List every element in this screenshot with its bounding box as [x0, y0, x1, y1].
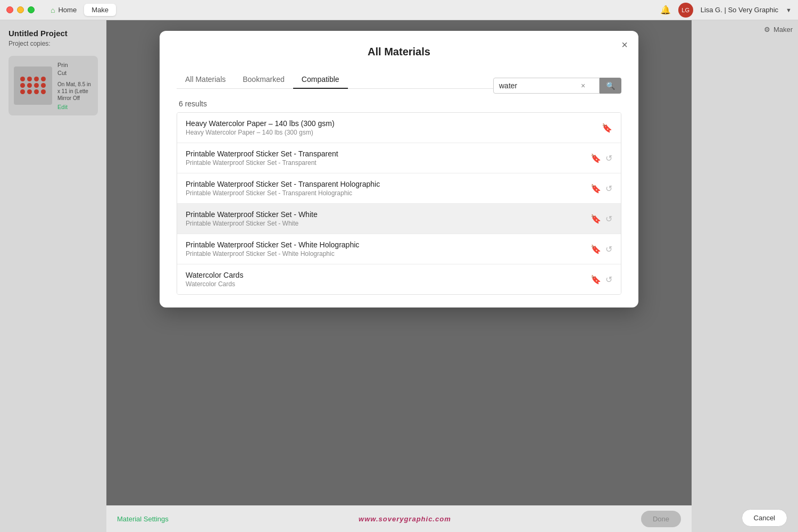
modal-tabs: All Materials Bookmarked Compatible × 🔍: [177, 71, 621, 89]
result-sub: Watercolor Cards: [186, 280, 591, 288]
result-name: Printable Waterproof Sticker Set - White…: [186, 240, 591, 249]
right-panel: ⚙ Maker: [692, 20, 798, 532]
list-item[interactable]: Printable Waterproof Sticker Set - White…: [177, 204, 621, 234]
notification-bell-icon[interactable]: 🔔: [660, 5, 671, 15]
bookmark-icon[interactable]: 🔖: [591, 244, 601, 254]
home-tab[interactable]: ⌂ Home: [43, 4, 84, 16]
modal-title: All Materials: [177, 46, 621, 58]
list-item[interactable]: Printable Waterproof Sticker Set - Trans…: [177, 173, 621, 204]
tab-bookmarked[interactable]: Bookmarked: [234, 71, 293, 89]
result-name: Watercolor Cards: [186, 271, 591, 279]
refresh-icon[interactable]: ↺: [605, 153, 612, 163]
minimize-window-button[interactable]: [17, 6, 24, 13]
maker-label: Maker: [774, 26, 793, 34]
search-input[interactable]: [499, 81, 579, 90]
bookmark-icon[interactable]: 🔖: [591, 214, 601, 224]
traffic-lights: [6, 6, 35, 13]
result-actions: 🔖 ↺: [591, 275, 612, 285]
project-thumbnail: [14, 66, 52, 105]
result-name: Printable Waterproof Sticker Set - Trans…: [186, 149, 591, 158]
bottom-bar: Material Settings www.soverygraphic.com …: [106, 505, 692, 532]
bookmark-icon[interactable]: 🔖: [591, 153, 601, 163]
project-title: Untitled Project: [9, 29, 98, 38]
result-text: Heavy Watercolor Paper – 140 lbs (300 gs…: [186, 119, 602, 136]
maximize-window-button[interactable]: [28, 6, 35, 13]
make-tab-label: Make: [92, 6, 109, 14]
result-sub: Printable Waterproof Sticker Set - Trans…: [186, 159, 591, 167]
all-materials-modal: All Materials × All Materials Bookmarked…: [160, 31, 638, 307]
tab-all-materials[interactable]: All Materials: [177, 71, 234, 89]
sidebar: Untitled Project Project copies: Prin Cu…: [0, 20, 106, 532]
result-name: Heavy Watercolor Paper – 140 lbs (300 gs…: [186, 119, 602, 128]
on-mat-text: On Mat, 8.5 in x 11 in (Lette Mirror Off: [57, 81, 93, 102]
close-window-button[interactable]: [6, 6, 13, 13]
project-info: Prin Cut On Mat, 8.5 in x 11 in (Lette M…: [57, 61, 93, 110]
refresh-icon[interactable]: ↺: [605, 214, 612, 224]
material-settings-link[interactable]: Material Settings: [117, 515, 169, 523]
result-actions: 🔖 ↺: [591, 153, 612, 163]
refresh-icon[interactable]: ↺: [605, 244, 612, 254]
results-list: Heavy Watercolor Paper – 140 lbs (300 gs…: [177, 112, 621, 295]
refresh-icon[interactable]: ↺: [605, 275, 612, 285]
project-card: Prin Cut On Mat, 8.5 in x 11 in (Lette M…: [9, 56, 98, 115]
maker-icon: ⚙: [764, 26, 770, 34]
result-name: Printable Waterproof Sticker Set - Trans…: [186, 180, 591, 188]
result-sub: Printable Waterproof Sticker Set - White: [186, 220, 591, 227]
result-sub: Printable Waterproof Sticker Set - White…: [186, 250, 591, 257]
project-print-label: Prin Cut: [57, 61, 93, 78]
modal-overlay: All Materials × All Materials Bookmarked…: [106, 20, 692, 505]
list-item[interactable]: Heavy Watercolor Paper – 140 lbs (300 gs…: [177, 113, 621, 143]
result-name: Printable Waterproof Sticker Set - White: [186, 210, 591, 219]
done-button[interactable]: Done: [641, 511, 681, 527]
bookmark-icon[interactable]: 🔖: [591, 184, 601, 194]
result-text: Watercolor Cards Watercolor Cards: [186, 271, 591, 288]
result-text: Printable Waterproof Sticker Set - Trans…: [186, 149, 591, 167]
watermark: www.soverygraphic.com: [359, 515, 451, 523]
result-sub: Heavy Watercolor Paper – 140 lbs (300 gs…: [186, 129, 602, 136]
avatar: LG: [678, 3, 693, 18]
result-actions: 🔖 ↺: [591, 244, 612, 254]
result-actions: 🔖 ↺: [591, 214, 612, 224]
search-container: × 🔍: [493, 78, 621, 94]
results-count: 6 results: [177, 99, 621, 108]
project-copies-label: Project copies:: [9, 40, 98, 47]
tab-compatible[interactable]: Compatible: [293, 71, 348, 89]
title-bar-right: 🔔 LG Lisa G. | So Very Graphic ▼: [660, 3, 792, 18]
search-icon: 🔍: [606, 81, 615, 90]
edit-link[interactable]: Edit: [57, 104, 93, 110]
list-item[interactable]: Printable Waterproof Sticker Set - Trans…: [177, 143, 621, 173]
result-actions: 🔖: [602, 123, 612, 133]
make-tab[interactable]: Make: [84, 4, 116, 16]
list-item[interactable]: Watercolor Cards Watercolor Cards 🔖 ↺: [177, 264, 621, 294]
modal-close-button[interactable]: ×: [621, 39, 628, 50]
chevron-down-icon[interactable]: ▼: [786, 7, 792, 13]
title-bar: ⌂ Home Make 🔔 LG Lisa G. | So Very Graph…: [0, 0, 798, 20]
result-text: Printable Waterproof Sticker Set - White…: [186, 240, 591, 257]
home-tab-label: Home: [58, 6, 77, 14]
thumbnail-dots: [20, 77, 46, 94]
bookmark-icon[interactable]: 🔖: [591, 275, 601, 285]
result-text: Printable Waterproof Sticker Set - Trans…: [186, 180, 591, 197]
result-actions: 🔖 ↺: [591, 184, 612, 194]
result-sub: Printable Waterproof Sticker Set - Trans…: [186, 189, 591, 197]
search-clear-icon[interactable]: ×: [581, 81, 585, 90]
search-button[interactable]: 🔍: [600, 78, 621, 94]
result-text: Printable Waterproof Sticker Set - White…: [186, 210, 591, 227]
cancel-button[interactable]: Cancel: [742, 509, 787, 527]
home-icon: ⌂: [51, 6, 55, 14]
refresh-icon[interactable]: ↺: [605, 184, 612, 194]
search-input-wrapper: ×: [493, 78, 600, 94]
maker-button[interactable]: ⚙ Maker: [764, 26, 793, 34]
list-item[interactable]: Printable Waterproof Sticker Set - White…: [177, 234, 621, 264]
bookmark-icon[interactable]: 🔖: [602, 123, 612, 133]
user-name: Lisa G. | So Very Graphic: [701, 6, 778, 14]
